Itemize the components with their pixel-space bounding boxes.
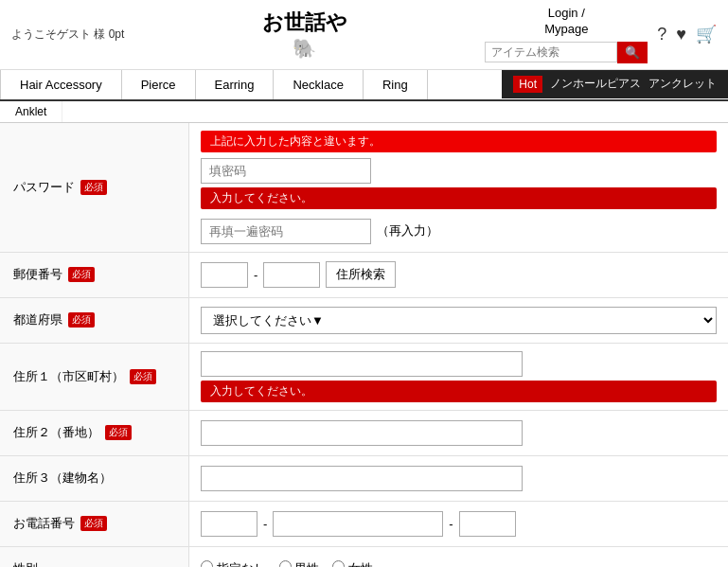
phone-input-2[interactable]: [273, 511, 443, 537]
phone-dash-1: -: [263, 517, 267, 531]
password-field: 上記に入力した内容と違います。 入力してください。 （再入力）: [189, 123, 728, 252]
password-confirm-input[interactable]: [201, 219, 371, 244]
postal-input-1[interactable]: [201, 262, 248, 288]
search-bar: 🔍: [485, 42, 648, 63]
address1-label: 住所１（市区町村） 必須: [0, 344, 189, 410]
postal-field: - 住所検索: [189, 253, 728, 297]
address1-error: 入力してください。: [201, 381, 717, 402]
address2-row: 住所２（番地） 必須: [0, 411, 728, 456]
prefecture-row: 都道府県 必須 選択してください▼: [0, 298, 728, 344]
non-hole-pierce-link[interactable]: ノンホールピアス: [550, 76, 641, 93]
phone-input-3[interactable]: [459, 511, 516, 537]
gender-male[interactable]: 男性: [279, 560, 320, 567]
phone-input-1[interactable]: [201, 511, 257, 537]
gender-radio-unspecified[interactable]: [201, 560, 213, 567]
gender-unspecified[interactable]: 指定なし: [201, 560, 266, 567]
sub-nav-anklet[interactable]: Anklet: [0, 101, 62, 122]
address1-field: 入力してください。: [189, 344, 728, 410]
address2-required: 必須: [105, 425, 132, 440]
address3-row: 住所３（建物名）: [0, 456, 728, 502]
address1-row: 住所１（市区町村） 必須 入力してください。: [0, 344, 728, 411]
password-confirm-group: （再入力）: [201, 219, 717, 244]
postal-required: 必須: [68, 267, 95, 282]
prefecture-select[interactable]: 選択してください▼: [201, 307, 717, 334]
password-required: 必須: [80, 180, 107, 195]
address1-required: 必須: [130, 369, 156, 384]
gender-female[interactable]: 女性: [332, 560, 373, 567]
nav-earring[interactable]: Earring: [196, 70, 275, 99]
phone-label: お電話番号 必須: [0, 502, 189, 546]
password-input[interactable]: [201, 158, 371, 184]
password-label: パスワード 必須: [0, 123, 189, 252]
header-right: Login / Mypage 🔍 ? ♥ 🛒: [485, 6, 717, 63]
postal-label: 郵便番号 必須: [0, 253, 189, 297]
phone-dash-2: -: [449, 517, 453, 531]
search-button[interactable]: 🔍: [617, 42, 648, 63]
address3-field: [189, 456, 728, 501]
nav-hair-accessory[interactable]: Hair Accessory: [0, 70, 122, 99]
nav-ring[interactable]: Ring: [364, 70, 428, 99]
hot-badge: Hot: [513, 76, 542, 93]
postal-dash: -: [254, 268, 257, 282]
address2-input[interactable]: [201, 420, 523, 446]
postal-input-group: - 住所検索: [201, 261, 717, 288]
password-top-error: 上記に入力した内容と違います。: [201, 131, 717, 152]
address3-label: 住所３（建物名）: [0, 456, 189, 501]
main-form: パスワード 必須 上記に入力した内容と違います。 入力してください。 （再入力）…: [0, 123, 728, 567]
site-title: お世話や: [262, 9, 347, 37]
gender-radio-female[interactable]: [332, 560, 345, 567]
phone-input-group: - -: [201, 511, 717, 537]
site-header: ようこそゲスト 様 0pt お世話や 🐘 Login / Mypage 🔍 ? …: [0, 0, 728, 70]
wishlist-icon[interactable]: ♥: [676, 25, 686, 44]
phone-row: お電話番号 必須 - -: [0, 502, 728, 547]
password-row: パスワード 必須 上記に入力した内容と違います。 入力してください。 （再入力）: [0, 123, 728, 253]
elephant-icon: 🐘: [262, 37, 347, 60]
gender-label: 性別: [0, 547, 189, 567]
prefecture-field: 選択してください▼: [189, 298, 728, 343]
address1-input[interactable]: [201, 351, 523, 377]
gender-row: 性別 指定なし 男性 女性: [0, 547, 728, 567]
gender-field: 指定なし 男性 女性: [189, 547, 728, 567]
welcome-text: ようこそゲスト 様 0pt: [11, 27, 124, 43]
gender-radio-group: 指定なし 男性 女性: [201, 560, 717, 567]
password-error-msg: 入力してください。: [201, 187, 717, 209]
address-search-button[interactable]: 住所検索: [326, 261, 396, 288]
password-confirm-label: （再入力）: [377, 222, 438, 239]
postal-input-2[interactable]: [263, 262, 320, 288]
nav-dropdown: Hot ノンホールピアス アンクレット: [502, 70, 728, 98]
anklet-link[interactable]: アンクレット: [648, 76, 717, 93]
gender-radio-male[interactable]: [279, 560, 292, 567]
cart-icon[interactable]: 🛒: [696, 24, 717, 44]
address2-field: [189, 411, 728, 455]
address3-input[interactable]: [201, 466, 523, 491]
sub-nav: Anklet: [0, 101, 728, 123]
address2-label: 住所２（番地） 必須: [0, 411, 189, 455]
nav-necklace[interactable]: Necklace: [274, 70, 363, 99]
prefecture-required: 必須: [68, 312, 95, 328]
site-logo: お世話や 🐘: [262, 9, 347, 60]
nav-pierce[interactable]: Pierce: [122, 70, 196, 99]
search-input[interactable]: [485, 42, 617, 62]
phone-field: - -: [189, 502, 728, 546]
main-nav: Hair Accessory Pierce Earring Necklace R…: [0, 70, 728, 101]
header-icons: ? ♥ 🛒: [657, 24, 717, 44]
phone-required: 必須: [80, 516, 107, 531]
help-icon[interactable]: ?: [657, 25, 666, 44]
prefecture-label: 都道府県 必須: [0, 298, 189, 343]
postal-row: 郵便番号 必須 - 住所検索: [0, 253, 728, 298]
login-mypage-label[interactable]: Login / Mypage: [544, 6, 588, 38]
